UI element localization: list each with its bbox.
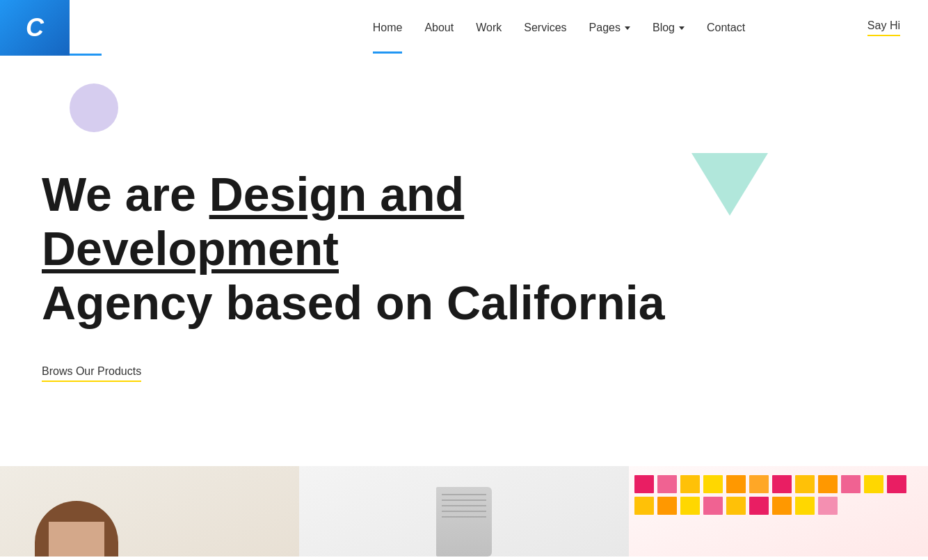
sticky-note xyxy=(749,475,769,493)
sticky-note xyxy=(680,475,700,493)
logo[interactable]: C xyxy=(0,0,70,56)
sticky-note xyxy=(818,475,838,493)
header: C Home About Work Services Pages Blog Co… xyxy=(0,0,928,56)
nav-work[interactable]: Work xyxy=(476,22,502,34)
sticky-note xyxy=(772,475,792,493)
sticky-note xyxy=(703,475,723,493)
hero-title-prefix: We are xyxy=(42,168,209,221)
sticky-note xyxy=(772,497,792,515)
notebook-line xyxy=(442,499,486,501)
browse-products-link[interactable]: Brows Our Products xyxy=(42,365,141,382)
pages-chevron-down-icon xyxy=(625,26,630,30)
main-nav: Home About Work Services Pages Blog Cont… xyxy=(373,22,745,34)
sticky-note xyxy=(634,475,654,493)
nav-contact[interactable]: Contact xyxy=(707,22,745,34)
sticky-note xyxy=(795,475,815,493)
sticky-note xyxy=(657,497,677,515)
sticky-note xyxy=(841,475,861,493)
nav-services[interactable]: Services xyxy=(524,22,566,34)
blog-chevron-down-icon xyxy=(679,26,685,30)
notebook xyxy=(436,487,492,557)
nav-home[interactable]: Home xyxy=(373,22,403,34)
sticky-note xyxy=(634,497,654,515)
nav-about[interactable]: About xyxy=(424,22,454,34)
sticky-note xyxy=(818,497,838,515)
nav-pages[interactable]: Pages xyxy=(589,22,630,34)
sticky-note xyxy=(864,475,883,493)
notebook-line xyxy=(442,511,486,512)
photo-right xyxy=(629,466,928,557)
decorative-triangle-icon xyxy=(691,153,768,216)
notebook-line xyxy=(442,505,486,506)
notebook-line xyxy=(442,516,486,518)
sticky-note xyxy=(680,497,700,515)
notebook-line xyxy=(442,494,486,495)
nav-blog[interactable]: Blog xyxy=(653,22,685,34)
sticky-notes-grid xyxy=(629,470,928,557)
hero-title: We are Design and Development Agency bas… xyxy=(42,167,710,330)
notebook-lines xyxy=(442,494,486,522)
hero-photo-strip xyxy=(0,466,928,557)
person-body xyxy=(49,522,104,557)
sticky-note xyxy=(795,497,815,515)
sticky-note xyxy=(749,497,769,515)
sticky-note xyxy=(657,475,677,493)
hero-section: We are Design and Development Agency bas… xyxy=(0,56,928,466)
photo-left xyxy=(0,466,299,557)
photo-center xyxy=(299,466,629,557)
sticky-note xyxy=(703,497,723,515)
sticky-note xyxy=(726,497,746,515)
logo-letter: C xyxy=(26,13,44,42)
decorative-circle xyxy=(70,83,118,132)
say-hi-button[interactable]: Say Hi xyxy=(867,19,900,36)
hero-title-line2: Agency based on California xyxy=(42,276,665,329)
sticky-note xyxy=(887,475,906,493)
sticky-note xyxy=(726,475,746,493)
